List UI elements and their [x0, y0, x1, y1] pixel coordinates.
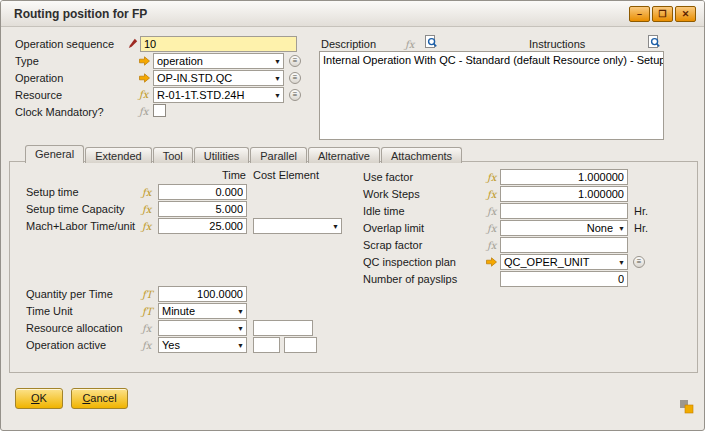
- chevron-down-icon: ▼: [616, 225, 627, 232]
- chevron-down-icon: ▼: [235, 308, 246, 315]
- mach-labor-time-label: Mach+Labor Time/unit: [26, 220, 135, 233]
- tab-general[interactable]: General: [25, 145, 84, 163]
- mach-labor-time-input[interactable]: [158, 218, 247, 234]
- general-tab-content: Time Cost Element Setup time ƒx Setup ti…: [1, 1, 704, 430]
- qc-inspection-plan-label: QC inspection plan: [363, 256, 456, 269]
- tab-tool[interactable]: Tool: [153, 147, 193, 163]
- routing-position-window: Routing position for FP – ❐ ✕ Operation …: [0, 0, 705, 431]
- formula-icon: ƒx: [142, 323, 151, 335]
- operation-active-value: Yes: [159, 339, 235, 351]
- resource-allocation-label: Resource allocation: [26, 322, 123, 335]
- cost-element-combo[interactable]: ▼: [253, 218, 342, 234]
- resource-allocation-extra-input[interactable]: [253, 320, 313, 336]
- qc-inspection-plan-value: QC_OPER_UNIT: [501, 256, 616, 268]
- scrap-factor-input[interactable]: [500, 237, 628, 253]
- formula-icon: ƒx: [487, 223, 496, 235]
- formula-icon: ƒx: [487, 206, 496, 218]
- tab-bar: General Extended Tool Utilities Parallel…: [25, 144, 463, 163]
- tab-extended[interactable]: Extended: [85, 147, 151, 163]
- idle-time-label: Idle time: [363, 205, 405, 218]
- formula-icon: ƒx: [142, 221, 151, 233]
- formula-icon: ƒx: [487, 189, 496, 201]
- scrap-factor-label: Scrap factor: [363, 239, 422, 252]
- time-unit-value: Minute: [159, 305, 235, 317]
- link-arrow-icon[interactable]: [486, 257, 497, 267]
- formula-icon: ƒT: [142, 289, 152, 301]
- chevron-down-icon: ▼: [235, 325, 246, 332]
- quantity-per-time-label: Quantity per Time: [26, 288, 113, 301]
- idle-time-input[interactable]: [500, 203, 628, 219]
- setup-time-label: Setup time: [26, 186, 79, 199]
- setup-time-capacity-input[interactable]: [158, 201, 247, 217]
- time-unit-label: Time Unit: [26, 305, 73, 318]
- formula-icon: ƒx: [142, 340, 151, 352]
- setup-time-input[interactable]: [158, 184, 247, 200]
- resource-allocation-combo[interactable]: ▼: [158, 320, 247, 336]
- use-factor-input[interactable]: [500, 169, 628, 185]
- overlap-limit-value: None: [501, 222, 616, 234]
- operation-active-to-input[interactable]: [284, 337, 317, 353]
- tab-alternative[interactable]: Alternative: [308, 147, 380, 163]
- tab-attachments[interactable]: Attachments: [381, 147, 462, 163]
- number-of-payslips-label: Number of payslips: [363, 273, 457, 286]
- formula-icon: ƒx: [487, 240, 496, 252]
- overlap-limit-unit-label: Hr.: [634, 222, 648, 235]
- operation-active-from-input[interactable]: [253, 337, 280, 353]
- overlap-limit-combo[interactable]: None ▼: [500, 220, 628, 236]
- formula-icon: ƒT: [142, 306, 152, 318]
- operation-active-label: Operation active: [26, 339, 106, 352]
- time-column-header: Time: [181, 169, 246, 182]
- formula-icon: ƒx: [142, 204, 151, 216]
- choose-from-list-icon[interactable]: ≡: [633, 256, 645, 268]
- chevron-down-icon: ▼: [330, 223, 341, 230]
- cost-element-column-header: Cost Element: [253, 169, 319, 182]
- qc-inspection-plan-combo[interactable]: QC_OPER_UNIT ▼: [500, 254, 628, 270]
- setup-time-capacity-label: Setup time Capacity: [26, 203, 124, 216]
- use-factor-label: Use factor: [363, 171, 413, 184]
- operation-active-combo[interactable]: Yes ▼: [158, 337, 247, 353]
- quantity-per-time-input[interactable]: [158, 286, 247, 302]
- idle-time-unit-label: Hr.: [634, 205, 648, 218]
- tab-utilities[interactable]: Utilities: [194, 147, 249, 163]
- work-steps-label: Work Steps: [363, 188, 420, 201]
- time-unit-combo[interactable]: Minute ▼: [158, 303, 247, 319]
- formula-icon: ƒx: [487, 172, 496, 184]
- overlap-limit-label: Overlap limit: [363, 222, 424, 235]
- work-steps-input[interactable]: [500, 186, 628, 202]
- number-of-payslips-input[interactable]: [500, 271, 628, 287]
- formula-icon: ƒx: [142, 187, 151, 199]
- tab-parallel[interactable]: Parallel: [250, 147, 307, 163]
- chevron-down-icon: ▼: [616, 259, 627, 266]
- chevron-down-icon: ▼: [235, 342, 246, 349]
